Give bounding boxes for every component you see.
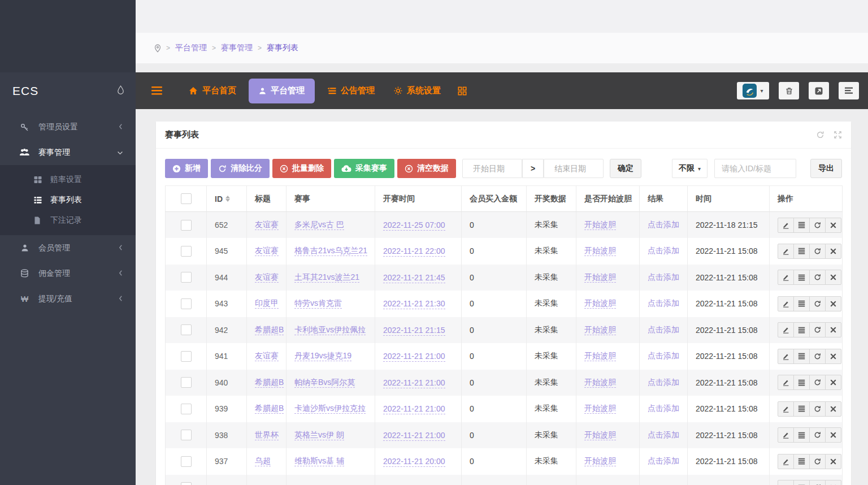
breadcrumb-link-platform[interactable]: 平台管理 bbox=[175, 43, 207, 53]
refresh-row-button[interactable] bbox=[809, 244, 826, 259]
sidebar-item-match-management[interactable]: 赛事管理 bbox=[0, 140, 136, 165]
row-title-link[interactable]: 友谊赛 bbox=[255, 351, 279, 361]
refresh-row-button[interactable] bbox=[809, 480, 826, 485]
row-bodan-link[interactable]: 开始波胆 bbox=[584, 456, 616, 466]
delete-row-button[interactable] bbox=[825, 427, 841, 443]
row-open-time-link[interactable]: 2022-11-21 21:00 bbox=[383, 378, 445, 388]
row-match-link[interactable]: 英格兰vs伊 朗 bbox=[294, 430, 344, 440]
row-result-link[interactable]: 点击添加 bbox=[648, 351, 679, 360]
list-detail-button[interactable] bbox=[793, 244, 810, 259]
sidebar-item-admin-settings[interactable]: 管理员设置 bbox=[0, 114, 136, 140]
sidebar-item-match-list[interactable]: 赛事列表 bbox=[0, 190, 136, 210]
row-title-link[interactable]: 乌超 bbox=[255, 456, 271, 466]
row-match-link[interactable]: 卡迪沙斯vs伊拉克拉 bbox=[294, 404, 366, 414]
row-checkbox[interactable] bbox=[181, 404, 192, 414]
list-detail-button[interactable] bbox=[793, 454, 810, 469]
delete-row-button[interactable] bbox=[825, 375, 841, 390]
delete-row-button[interactable] bbox=[825, 218, 841, 233]
row-checkbox[interactable] bbox=[181, 246, 192, 257]
filter-dropdown[interactable]: 不限 ▾ bbox=[672, 159, 708, 178]
delete-row-button[interactable] bbox=[825, 480, 841, 485]
edit-pen-button[interactable] bbox=[778, 480, 794, 485]
grid-apps-icon[interactable] bbox=[458, 86, 467, 96]
row-bodan-link[interactable]: 开始波胆 bbox=[584, 246, 616, 256]
list-detail-button[interactable] bbox=[793, 480, 810, 485]
row-title-link[interactable]: 印度甲 bbox=[255, 298, 279, 309]
row-match-link[interactable]: 丹麦19vs捷克19 bbox=[294, 351, 351, 361]
row-open-time-link[interactable]: 2022-11-21 20:00 bbox=[383, 457, 445, 467]
batch-delete-button[interactable]: 批量删除 bbox=[272, 159, 331, 178]
row-title-link[interactable]: 世界杯 bbox=[255, 430, 279, 440]
row-bodan-link[interactable]: 开始波胆 bbox=[584, 220, 616, 230]
refresh-row-button[interactable] bbox=[809, 401, 826, 417]
edit-pen-button[interactable] bbox=[778, 218, 794, 233]
row-result-link[interactable]: 点击添加 bbox=[648, 298, 679, 308]
refresh-row-button[interactable] bbox=[809, 218, 826, 233]
list-detail-button[interactable] bbox=[793, 296, 810, 311]
edit-pen-button[interactable] bbox=[778, 244, 794, 259]
row-checkbox[interactable] bbox=[181, 351, 192, 362]
edit-pen-button[interactable] bbox=[778, 375, 794, 390]
collect-matches-button[interactable]: 采集赛事 bbox=[334, 159, 394, 178]
row-title-link[interactable]: 希腊超B bbox=[255, 325, 284, 335]
row-result-link[interactable]: 点击添加 bbox=[648, 430, 679, 439]
edit-pen-button[interactable] bbox=[778, 349, 794, 364]
row-bodan-link[interactable]: 开始波胆 bbox=[584, 378, 616, 388]
confirm-button[interactable]: 确定 bbox=[610, 159, 641, 178]
list-detail-button[interactable] bbox=[793, 349, 810, 364]
row-match-link[interactable]: 多米尼vs古 巴 bbox=[294, 220, 344, 230]
row-title-link[interactable]: 希腊超B bbox=[255, 404, 284, 414]
list-detail-button[interactable] bbox=[793, 427, 810, 443]
delete-row-button[interactable] bbox=[825, 270, 841, 285]
edit-pen-button[interactable] bbox=[778, 401, 794, 417]
fullscreen-icon[interactable] bbox=[834, 131, 842, 139]
date-range-arrow-button[interactable]: > bbox=[522, 159, 544, 178]
tab-platform-home[interactable]: 平台首页 bbox=[182, 79, 243, 103]
tab-system-settings[interactable]: 系统设置 bbox=[387, 79, 448, 103]
delete-row-button[interactable] bbox=[825, 349, 841, 364]
delete-row-button[interactable] bbox=[825, 454, 841, 469]
refresh-icon[interactable] bbox=[816, 131, 824, 139]
language-logo-button[interactable]: ▾ bbox=[737, 82, 769, 99]
row-title-link[interactable]: 友谊赛 bbox=[255, 220, 279, 230]
trash-button[interactable] bbox=[779, 82, 799, 99]
external-link-button[interactable] bbox=[809, 82, 829, 99]
sort-icon[interactable] bbox=[225, 196, 230, 202]
row-title-link[interactable]: 希腊超B bbox=[255, 378, 284, 388]
row-open-time-link[interactable]: 2022-11-21 21:00 bbox=[383, 404, 445, 414]
list-detail-button[interactable] bbox=[793, 401, 810, 417]
row-bodan-link[interactable]: 开始波胆 bbox=[584, 430, 616, 440]
tab-platform-management[interactable]: 平台管理 bbox=[249, 79, 315, 103]
row-open-time-link[interactable]: 2022-11-25 07:00 bbox=[383, 220, 445, 231]
purge-data-button[interactable]: 清空数据 bbox=[397, 159, 456, 178]
row-result-link[interactable]: 点击添加 bbox=[648, 456, 679, 465]
row-checkbox[interactable] bbox=[181, 377, 192, 388]
list-detail-button[interactable] bbox=[793, 375, 810, 390]
refresh-row-button[interactable] bbox=[809, 349, 826, 364]
row-result-link[interactable]: 点击添加 bbox=[648, 325, 679, 334]
row-title-link[interactable]: 友谊赛 bbox=[255, 246, 279, 256]
edit-pen-button[interactable] bbox=[778, 270, 794, 285]
hamburger-menu-icon[interactable] bbox=[151, 86, 163, 95]
sidebar-item-commission-management[interactable]: 佣金管理 bbox=[0, 261, 136, 286]
row-match-link[interactable]: 格鲁吉21vs乌克兰21 bbox=[294, 246, 367, 256]
row-title-link[interactable]: 友谊赛 bbox=[255, 272, 279, 283]
row-bodan-link[interactable]: 开始波胆 bbox=[584, 351, 616, 361]
row-bodan-link[interactable]: 开始波胆 bbox=[584, 325, 616, 335]
refresh-row-button[interactable] bbox=[809, 454, 826, 469]
list-detail-button[interactable] bbox=[793, 322, 810, 337]
edit-pen-button[interactable] bbox=[778, 454, 794, 469]
row-bodan-link[interactable]: 开始波胆 bbox=[584, 272, 616, 283]
delete-row-button[interactable] bbox=[825, 322, 841, 337]
row-open-time-link[interactable]: 2022-11-21 21:00 bbox=[383, 431, 445, 441]
row-open-time-link[interactable]: 2022-11-21 21:45 bbox=[383, 273, 445, 283]
row-result-link[interactable]: 点击添加 bbox=[648, 404, 679, 413]
list-detail-button[interactable] bbox=[793, 218, 810, 233]
start-date-input[interactable] bbox=[462, 159, 522, 178]
row-result-link[interactable]: 点击添加 bbox=[648, 246, 679, 255]
row-open-time-link[interactable]: 2022-11-21 22:00 bbox=[383, 246, 445, 257]
delete-row-button[interactable] bbox=[825, 401, 841, 417]
sidebar-item-odds-settings[interactable]: 赔率设置 bbox=[0, 170, 136, 190]
row-result-link[interactable]: 点击添加 bbox=[648, 220, 679, 229]
row-checkbox[interactable] bbox=[181, 456, 192, 467]
